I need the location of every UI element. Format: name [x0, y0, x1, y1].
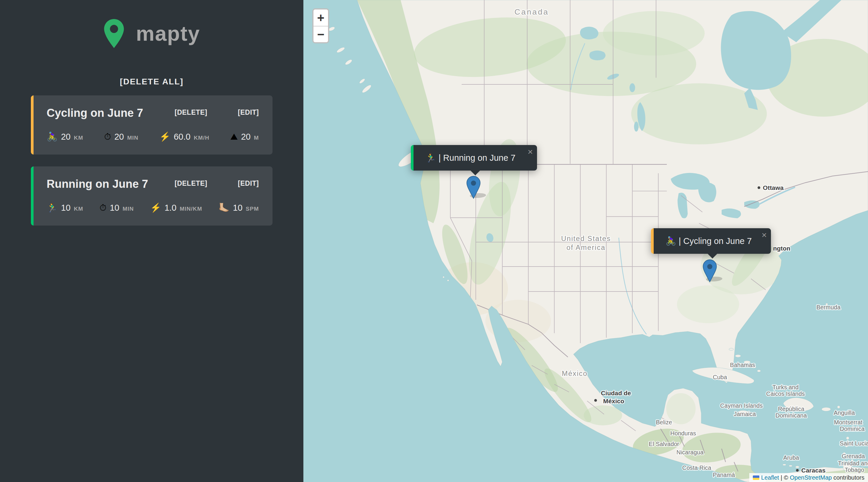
- workout-list: Cycling on June 7 [DELETE] [EDIT] 🚴‍♀️ 2…: [31, 95, 273, 226]
- map-marker-running[interactable]: [466, 176, 480, 199]
- delete-all-button[interactable]: [DELETE ALL]: [120, 77, 183, 86]
- detail-unit: MIN/KM: [180, 206, 202, 212]
- workout-title: Cycling on June 7: [46, 107, 175, 119]
- map-label-aruba: Aruba: [783, 454, 799, 461]
- detail-cadence: 🦶🏼 10 SPM: [218, 202, 259, 213]
- map-label-caracas: Caracas: [801, 467, 826, 474]
- map-container[interactable]: Canada United States of America México O…: [303, 0, 868, 482]
- map-label-nicaragua: Nicaragua: [677, 449, 704, 456]
- map-label-panama: Panamá: [713, 472, 735, 478]
- popup-running: 🏃‍♂️ | Running on June 7 ×: [411, 145, 537, 171]
- detail-unit: KM: [74, 135, 84, 141]
- map-pin-logo-icon: [103, 19, 125, 49]
- detail-value: 10: [61, 203, 70, 213]
- map-label-dr-2: Dominicana: [775, 412, 807, 419]
- detail-speed: ⚡️ 60.0 KM/H: [159, 131, 209, 142]
- detail-value: 20: [241, 132, 251, 142]
- map-label-dominica: Dominica: [840, 426, 865, 432]
- map-label-bermuda: Bermuda: [816, 304, 841, 311]
- map-label-canada: Canada: [515, 7, 549, 16]
- zoom-control: + −: [312, 8, 329, 44]
- timer-icon: ⏱: [104, 132, 111, 142]
- map-label-saint-lucia: Saint Lucia: [840, 440, 868, 447]
- marker-pin-icon: [466, 176, 480, 199]
- map-label-jamaica: Jamaica: [734, 411, 756, 417]
- detail-value: 10: [233, 203, 243, 213]
- marker-pin-icon: [703, 259, 717, 282]
- detail-elevation: ⛰ 20 M: [230, 132, 259, 142]
- osm-link[interactable]: OpenStreetMap: [790, 474, 832, 481]
- workout-title: Running on June 7: [46, 178, 175, 191]
- map-label-trinidad-2: Tobago: [845, 467, 864, 473]
- map-label-bahamas: Bahamas: [730, 362, 755, 368]
- detail-duration: ⏱ 20 MIN: [104, 132, 138, 142]
- map-label-cdmx-2: México: [603, 398, 624, 404]
- map-label-el-salvador: El Salvador: [649, 441, 680, 447]
- popup-cycling: 🚴‍♀️ | Cycling on June 7 ×: [651, 228, 771, 254]
- lightning-icon: ⚡️: [159, 131, 170, 142]
- map-label-usa-2: of America: [566, 244, 605, 251]
- workout-edit-button[interactable]: [EDIT]: [238, 109, 259, 116]
- workout-delete-button[interactable]: [DELETE]: [175, 109, 207, 116]
- map-label-cdmx-1: Ciudad de: [601, 390, 631, 397]
- detail-value: 20: [114, 132, 124, 142]
- timer-icon: ⏱: [99, 203, 106, 213]
- leaflet-link[interactable]: Leaflet: [761, 474, 779, 481]
- detail-duration: ⏱ 10 MIN: [99, 203, 134, 213]
- map-label-costa-rica: Costa Rica: [682, 464, 712, 471]
- map-marker-cycling[interactable]: [703, 259, 717, 282]
- app-logo: mapty: [103, 19, 200, 49]
- map-attribution: Leaflet | © OpenStreetMap contributors: [749, 473, 868, 482]
- zoom-out-button[interactable]: −: [313, 26, 328, 42]
- popup-close-button[interactable]: ×: [528, 147, 533, 156]
- map-label-cayman: Cayman Islands: [720, 402, 763, 409]
- popup-text: 🚴‍♀️ | Cycling on June 7: [665, 236, 752, 246]
- app-title: mapty: [136, 22, 200, 46]
- leaflet-flag-icon: [753, 476, 760, 480]
- foot-icon: 🦶🏼: [218, 202, 229, 213]
- map-label-usa-1: United States: [561, 235, 611, 243]
- map-label-grenada: Grenada: [842, 453, 865, 459]
- map-label-turks-2: Caicos Islands: [766, 391, 805, 397]
- workout-card-cycling[interactable]: Cycling on June 7 [DELETE] [EDIT] 🚴‍♀️ 2…: [31, 95, 273, 154]
- map-label-turks-1: Turks and: [772, 384, 799, 391]
- cycling-icon: 🚴‍♀️: [46, 131, 58, 142]
- detail-value: 10: [110, 203, 119, 213]
- detail-value: 60.0: [174, 132, 190, 142]
- detail-unit: KM/H: [194, 135, 210, 141]
- map-label-montserrat: Montserrat: [834, 419, 863, 426]
- detail-distance: 🚴‍♀️ 20 KM: [46, 131, 83, 142]
- attribution-suffix: contributors: [832, 474, 864, 481]
- zoom-in-button[interactable]: +: [313, 9, 328, 26]
- sidebar: mapty [DELETE ALL] Cycling on June 7 [DE…: [0, 0, 303, 482]
- workout-edit-button[interactable]: [EDIT]: [238, 179, 259, 188]
- workout-card-running[interactable]: Running on June 7 [DELETE] [EDIT] 🏃‍♂️ 1…: [31, 166, 273, 226]
- popup-close-button[interactable]: ×: [762, 231, 767, 239]
- popup-text: 🏃‍♂️ | Running on June 7: [425, 153, 515, 163]
- map-label-dr-1: República: [778, 406, 805, 412]
- runner-icon: 🏃‍♂️: [46, 202, 58, 213]
- workout-delete-button[interactable]: [DELETE]: [175, 179, 207, 188]
- map-label-cuba: Cuba: [713, 374, 727, 380]
- detail-unit: MIN: [127, 135, 138, 141]
- map-label-honduras: Honduras: [670, 430, 696, 436]
- detail-pace: ⚡️ 1.0 MIN/KM: [150, 202, 202, 213]
- detail-value: 1.0: [164, 203, 176, 213]
- lightning-icon: ⚡️: [150, 202, 161, 213]
- detail-distance: 🏃‍♂️ 10 KM: [46, 202, 83, 213]
- detail-unit: SPM: [246, 206, 259, 212]
- map-label-ottawa: Ottawa: [763, 184, 784, 191]
- map-label-trinidad-1: Trinidad and: [838, 460, 868, 466]
- mountain-icon: ⛰: [230, 132, 238, 142]
- detail-unit: M: [254, 135, 259, 141]
- map-label-anguilla: Anguilla: [834, 409, 855, 416]
- attribution-separator: | ©: [779, 474, 790, 481]
- detail-value: 20: [61, 132, 70, 142]
- detail-unit: MIN: [123, 206, 134, 212]
- map-label-washington-partial: ngton: [773, 245, 790, 252]
- map-label-mexico: México: [562, 370, 587, 377]
- map-canvas[interactable]: Canada United States of America México O…: [303, 0, 868, 482]
- detail-unit: KM: [74, 206, 84, 212]
- map-label-belize: Belize: [656, 419, 672, 426]
